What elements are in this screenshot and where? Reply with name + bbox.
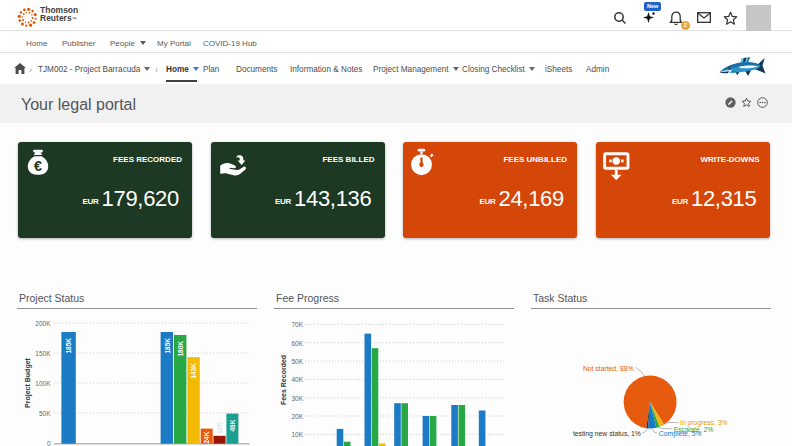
svg-text:Complete, 5%: Complete, 5% xyxy=(659,430,702,438)
svg-text:Fees Recorded: Fees Recorded xyxy=(280,355,287,405)
svg-text:100K: 100K xyxy=(35,380,51,387)
svg-text:143K: 143K xyxy=(190,363,197,379)
svg-text:Not started, 88%: Not started, 88% xyxy=(583,365,634,372)
svg-text:50K: 50K xyxy=(39,410,51,417)
svg-text:150K: 150K xyxy=(35,350,51,357)
svg-text:30K: 30K xyxy=(291,395,303,402)
svg-text:70K: 70K xyxy=(291,321,303,328)
svg-text:24K: 24K xyxy=(204,431,211,443)
svg-text:20K: 20K xyxy=(291,413,303,420)
svg-text:185K: 185K xyxy=(65,338,72,354)
svg-text:50K: 50K xyxy=(291,358,303,365)
svg-text:testing new status, 1%: testing new status, 1% xyxy=(573,430,641,438)
svg-text:0: 0 xyxy=(47,440,51,446)
svg-text:40K: 40K xyxy=(291,376,303,383)
svg-text:Project Budget: Project Budget xyxy=(24,357,32,407)
svg-text:180K: 180K xyxy=(177,341,184,357)
svg-text:185K: 185K xyxy=(164,338,171,354)
svg-text:10K: 10K xyxy=(291,431,303,438)
svg-text:12K: 12K xyxy=(216,422,223,434)
svg-text:200K: 200K xyxy=(35,320,51,327)
svg-text:49K: 49K xyxy=(229,419,236,431)
svg-text:60K: 60K xyxy=(291,340,303,347)
